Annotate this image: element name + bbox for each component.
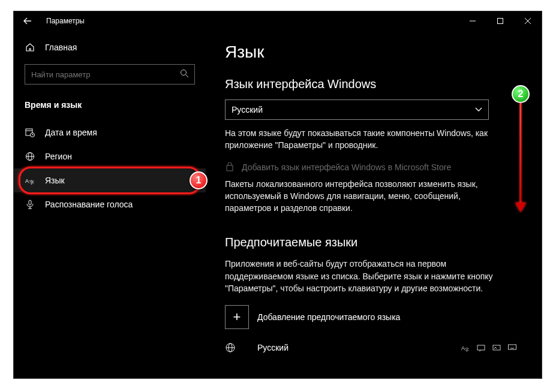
- page-heading: Язык: [225, 43, 522, 62]
- preferred-languages-description: Приложения и веб-сайты будут отображатьс…: [225, 258, 501, 294]
- sidebar-item-speech[interactable]: Распознавание голоса: [14, 192, 206, 216]
- keyboard-icon: [508, 343, 516, 352]
- minimize-button[interactable]: [459, 11, 486, 31]
- maximize-button[interactable]: [486, 11, 514, 31]
- add-language-store-link[interactable]: Добавить язык интерфейса Windows в Micro…: [225, 162, 522, 172]
- add-preferred-language-button[interactable]: + Добавление предпочитаемого языка: [225, 305, 522, 329]
- section-preferred-languages-title: Предпочитаемые языки: [225, 236, 522, 249]
- text-to-speech-icon: A字: [461, 343, 470, 352]
- svg-rect-14: [29, 200, 31, 205]
- svg-rect-1: [498, 19, 503, 24]
- plus-icon: +: [225, 305, 249, 329]
- sidebar-item-label: Дата и время: [45, 128, 97, 137]
- search-icon: [180, 69, 189, 78]
- globe-language-icon: [225, 342, 249, 353]
- home-icon: [25, 43, 35, 52]
- window-title: Параметры: [46, 17, 85, 25]
- svg-line-5: [186, 75, 189, 78]
- language-pack-description: Пакеты локализованного интерфейса позвол…: [225, 178, 501, 215]
- language-entry[interactable]: Русский A字: [225, 340, 522, 353]
- sidebar-item-region[interactable]: Регион: [14, 144, 206, 168]
- svg-rect-22: [509, 345, 516, 349]
- globe-icon: [25, 152, 35, 161]
- sidebar-item-language[interactable]: A字 Язык 1: [14, 168, 206, 192]
- microphone-icon: [25, 200, 35, 209]
- sidebar-home[interactable]: Главная: [14, 37, 206, 58]
- annotation-badge-1: 1: [190, 171, 208, 189]
- main-panel: Язык Язык интерфейса Windows Русский На …: [206, 31, 542, 378]
- annotation-2: 2: [512, 85, 530, 103]
- store-bag-icon: [225, 162, 235, 172]
- language-icon: A字: [25, 176, 35, 185]
- svg-rect-21: [493, 345, 500, 350]
- calendar-clock-icon: [25, 128, 35, 137]
- annotation-arrow-line: [520, 103, 522, 205]
- language-feature-icons: A字: [461, 343, 522, 352]
- section-display-language-title: Язык интерфейса Windows: [225, 77, 522, 91]
- svg-text:字: 字: [465, 348, 469, 352]
- search-input[interactable]: [25, 64, 195, 85]
- annotation-arrow-head: [515, 203, 526, 212]
- svg-text:字: 字: [29, 180, 34, 185]
- add-language-label: Добавление предпочитаемого языка: [257, 312, 400, 322]
- speech-icon: [477, 343, 485, 352]
- sidebar-item-label: Язык: [45, 176, 65, 185]
- svg-point-4: [181, 70, 187, 76]
- chevron-down-icon: [475, 107, 482, 112]
- sidebar-section-title: Время и язык: [14, 95, 206, 120]
- titlebar: Параметры: [14, 11, 542, 31]
- annotation-badge-2: 2: [512, 85, 530, 103]
- handwriting-icon: [492, 343, 501, 352]
- svg-rect-20: [477, 345, 485, 350]
- store-link-label: Добавить язык интерфейса Windows в Micro…: [242, 162, 451, 172]
- close-button[interactable]: [514, 11, 542, 31]
- sidebar-item-label: Распознавание голоса: [45, 200, 133, 209]
- language-entry-label: Русский: [257, 343, 453, 352]
- settings-window: Параметры Главная Врем: [13, 11, 542, 379]
- sidebar-home-label: Главная: [45, 43, 77, 52]
- back-button[interactable]: [22, 16, 33, 26]
- sidebar: Главная Время и язык Дата и время: [14, 31, 206, 378]
- sidebar-item-label: Регион: [45, 152, 72, 161]
- dropdown-value: Русский: [232, 105, 263, 114]
- display-language-dropdown[interactable]: Русский: [225, 99, 489, 120]
- search-box[interactable]: [25, 64, 195, 85]
- sidebar-item-datetime[interactable]: Дата и время: [14, 120, 206, 144]
- svg-text:A: A: [25, 178, 29, 184]
- display-language-description: На этом языке будут показываться такие к…: [225, 127, 501, 152]
